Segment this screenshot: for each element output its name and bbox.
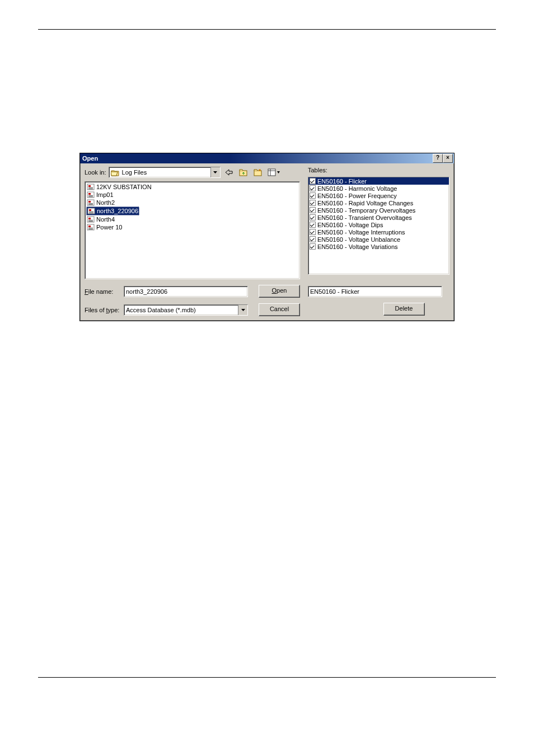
window-buttons: ? × bbox=[433, 154, 453, 163]
file-browser-panel: Look in: Log Files bbox=[80, 163, 305, 321]
table-name: EN50160 - Voltage Interruptions bbox=[317, 229, 405, 236]
selected-table-field[interactable]: EN50160 - Flicker bbox=[308, 286, 442, 297]
file-name: Power 10 bbox=[96, 224, 122, 231]
table-name: EN50160 - Voltage Dips bbox=[317, 222, 383, 228]
filetype-combo[interactable]: Access Database (*.mdb) bbox=[124, 304, 248, 316]
table-row[interactable]: EN50160 - Voltage Unbalance bbox=[308, 236, 449, 243]
table-row[interactable]: EN50160 - Temporary Overvoltages bbox=[308, 206, 449, 214]
close-button[interactable]: × bbox=[443, 154, 453, 163]
table-name: EN50160 - Transient Overvoltages bbox=[317, 214, 412, 221]
cancel-button[interactable]: Cancel bbox=[259, 303, 300, 316]
file-item[interactable]: north3_220906 bbox=[86, 206, 139, 215]
titlebar: Open ? × bbox=[80, 153, 454, 163]
checkbox-icon[interactable] bbox=[310, 178, 316, 184]
database-icon bbox=[87, 191, 95, 198]
filetype-dropdown-icon[interactable] bbox=[238, 305, 247, 315]
svg-rect-12 bbox=[88, 196, 93, 197]
folder-open-icon bbox=[111, 169, 120, 176]
checkbox-icon[interactable] bbox=[310, 192, 316, 199]
svg-rect-1 bbox=[254, 171, 261, 176]
lookin-dropdown-icon[interactable] bbox=[210, 167, 220, 177]
checkbox-icon[interactable] bbox=[310, 200, 316, 206]
filename-label: File name: bbox=[85, 288, 120, 295]
view-menu-icon[interactable] bbox=[266, 167, 282, 178]
table-row[interactable]: EN50160 - Harmonic Voltage bbox=[308, 185, 449, 192]
svg-rect-10 bbox=[88, 193, 91, 195]
table-name: EN50160 - Temporary Overvoltages bbox=[317, 207, 415, 214]
file-item[interactable]: Imp01 bbox=[86, 191, 114, 199]
table-row[interactable]: EN50160 - Voltage Interruptions bbox=[308, 228, 449, 236]
table-name: EN50160 - Power Frequency bbox=[317, 192, 397, 199]
svg-rect-27 bbox=[88, 228, 93, 228]
checkbox-icon[interactable] bbox=[310, 214, 316, 220]
svg-rect-22 bbox=[88, 218, 91, 219]
table-name: EN50160 - Harmonic Voltage bbox=[317, 185, 397, 192]
svg-rect-24 bbox=[88, 221, 93, 222]
table-name: EN50160 - Flicker bbox=[317, 178, 367, 185]
table-name: EN50160 - Rapid Voltage Changes bbox=[317, 200, 413, 206]
file-item[interactable]: Power 10 bbox=[86, 223, 123, 231]
svg-rect-18 bbox=[89, 209, 91, 211]
lookin-value: Log Files bbox=[122, 169, 210, 176]
file-item[interactable]: North2 bbox=[86, 199, 115, 206]
lookin-toolbar: Look in: Log Files bbox=[85, 167, 300, 178]
svg-rect-2 bbox=[268, 169, 275, 176]
table-row[interactable]: EN50160 - Voltage Dips bbox=[308, 221, 449, 228]
svg-rect-28 bbox=[88, 229, 93, 229]
svg-rect-15 bbox=[88, 203, 93, 204]
svg-rect-11 bbox=[88, 195, 93, 196]
help-button[interactable]: ? bbox=[433, 154, 443, 163]
bottom-divider bbox=[38, 677, 496, 678]
table-row[interactable]: EN50160 - Power Frequency bbox=[308, 192, 449, 199]
checkbox-icon[interactable] bbox=[310, 222, 316, 228]
tables-list[interactable]: EN50160 - FlickerEN50160 - Harmonic Volt… bbox=[308, 177, 449, 275]
lookin-combo[interactable]: Log Files bbox=[109, 167, 221, 178]
checkbox-icon[interactable] bbox=[310, 207, 316, 213]
database-icon bbox=[87, 216, 95, 223]
open-dialog: Open ? × Look in: Log Files bbox=[79, 153, 455, 321]
file-name: 12KV SUBSTATION bbox=[96, 184, 152, 190]
svg-rect-6 bbox=[88, 185, 91, 187]
checkbox-icon[interactable] bbox=[310, 243, 316, 250]
svg-rect-23 bbox=[88, 220, 93, 220]
file-item[interactable]: 12KV SUBSTATION bbox=[86, 183, 152, 191]
svg-rect-19 bbox=[89, 212, 93, 212]
svg-rect-20 bbox=[89, 213, 93, 213]
dialog-title: Open bbox=[81, 155, 98, 162]
table-row[interactable]: EN50160 - Rapid Voltage Changes bbox=[308, 199, 449, 206]
database-icon bbox=[87, 208, 95, 214]
file-name: North4 bbox=[96, 216, 115, 223]
checkbox-icon[interactable] bbox=[310, 229, 316, 235]
database-icon bbox=[87, 199, 95, 206]
lookin-label: Look in: bbox=[85, 169, 106, 176]
up-folder-icon[interactable] bbox=[237, 167, 250, 178]
table-row[interactable]: EN50160 - Flicker bbox=[308, 177, 449, 185]
svg-rect-14 bbox=[88, 201, 91, 203]
svg-rect-26 bbox=[88, 226, 91, 227]
svg-rect-7 bbox=[88, 187, 93, 188]
back-icon[interactable] bbox=[223, 167, 235, 178]
new-folder-icon[interactable] bbox=[252, 167, 264, 178]
checkbox-icon[interactable] bbox=[310, 185, 316, 191]
database-icon bbox=[87, 184, 95, 190]
filetype-label: Files of type: bbox=[85, 307, 120, 313]
file-name: Imp01 bbox=[96, 191, 114, 198]
checkbox-icon[interactable] bbox=[310, 236, 316, 242]
table-name: EN50160 - Voltage Variations bbox=[317, 243, 398, 250]
file-list[interactable]: 12KV SUBSTATIONImp01North2north3_220906N… bbox=[85, 181, 300, 279]
delete-button[interactable]: Delete bbox=[383, 303, 425, 316]
open-button[interactable]: Open bbox=[259, 285, 300, 298]
svg-rect-16 bbox=[88, 204, 93, 205]
filetype-value: Access Database (*.mdb) bbox=[124, 307, 238, 313]
database-icon bbox=[87, 224, 95, 231]
table-name: EN50160 - Voltage Unbalance bbox=[317, 236, 400, 243]
tables-label: Tables: bbox=[308, 167, 449, 173]
svg-rect-8 bbox=[88, 189, 93, 189]
filename-input[interactable]: north3_220906 bbox=[124, 286, 248, 297]
table-row[interactable]: EN50160 - Transient Overvoltages bbox=[308, 214, 449, 221]
top-divider bbox=[38, 29, 496, 30]
file-name: North2 bbox=[96, 199, 115, 206]
file-name: north3_220906 bbox=[97, 208, 138, 214]
file-item[interactable]: North4 bbox=[86, 215, 115, 223]
table-row[interactable]: EN50160 - Voltage Variations bbox=[308, 243, 449, 250]
